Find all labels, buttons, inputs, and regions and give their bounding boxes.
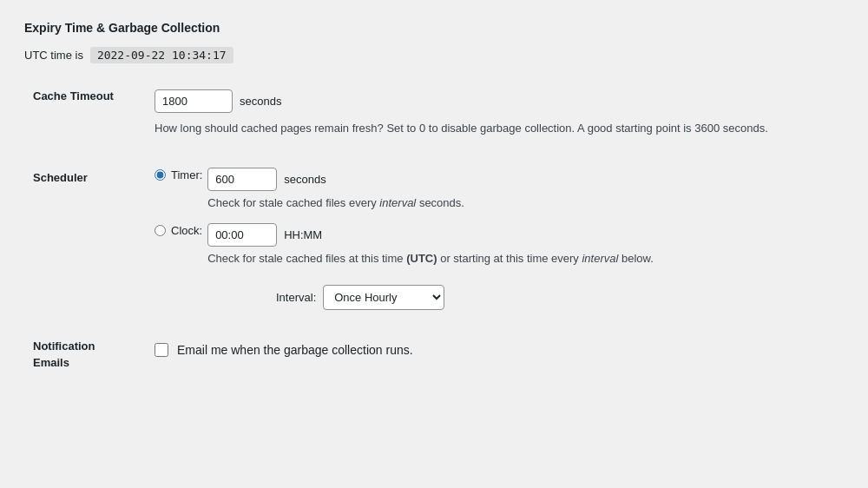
- cache-timeout-input[interactable]: [155, 89, 233, 113]
- cache-timeout-description: How long should cached pages remain fres…: [155, 120, 835, 138]
- utc-time-badge: 2022-09-22 10:34:17: [90, 47, 233, 63]
- interval-label: Interval:: [276, 291, 316, 304]
- clock-radio-label: Clock:: [171, 223, 202, 237]
- notification-emails-checkbox[interactable]: [155, 343, 168, 357]
- cache-timeout-units: seconds: [240, 95, 281, 108]
- scheduler-label: Scheduler: [33, 171, 88, 184]
- interval-dropdown[interactable]: Once Hourly Twice Hourly Once Daily Twic…: [323, 285, 444, 310]
- clock-radio[interactable]: [155, 225, 166, 236]
- clock-value-input[interactable]: [207, 223, 277, 247]
- timer-radio[interactable]: [155, 169, 166, 181]
- clock-description: Check for stale cached files at this tim…: [207, 250, 654, 267]
- timer-value-input[interactable]: [207, 168, 277, 191]
- timer-radio-label: Timer:: [171, 168, 202, 181]
- utc-label: UTC time is: [24, 49, 83, 62]
- notification-emails-label: Notification Emails: [33, 338, 137, 372]
- cache-timeout-label: Cache Timeout: [33, 89, 114, 102]
- timer-units: seconds: [284, 173, 326, 186]
- timer-description: Check for stale cached files every inter…: [207, 195, 464, 212]
- notification-emails-checkbox-label: Email me when the garbage collection run…: [177, 343, 413, 357]
- clock-units: HH:MM: [284, 228, 322, 241]
- section-title: Expiry Time & Garbage Collection: [24, 21, 844, 35]
